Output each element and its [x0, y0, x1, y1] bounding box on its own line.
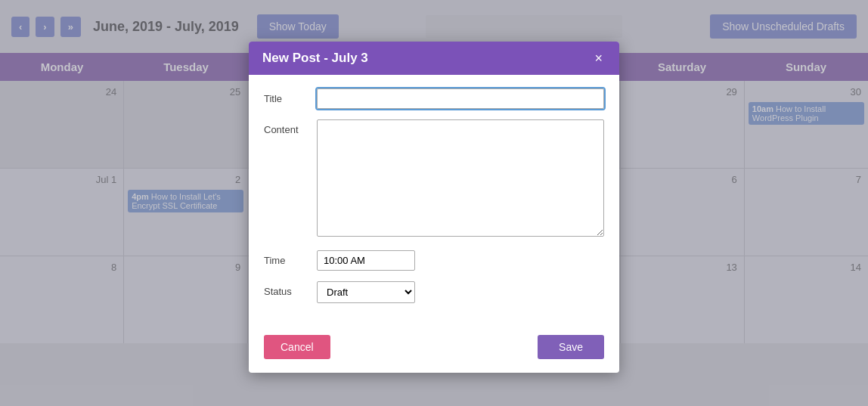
modal-footer: Cancel Save [249, 327, 619, 373]
title-row: Title [264, 88, 604, 109]
modal-header: New Post - July 3 × [249, 42, 619, 75]
content-row: Content [264, 119, 604, 240]
content-textarea[interactable] [317, 119, 604, 237]
save-button[interactable]: Save [538, 335, 604, 359]
time-label: Time [264, 250, 317, 266]
status-select[interactable]: Draft Published Scheduled [317, 281, 415, 303]
title-input[interactable] [317, 88, 604, 109]
status-row: Status Draft Published Scheduled [264, 281, 604, 303]
modal-close-button[interactable]: × [591, 51, 606, 65]
content-label: Content [264, 119, 317, 135]
time-row: Time [264, 250, 604, 271]
new-post-modal: New Post - July 3 × Title Content Time [249, 42, 619, 373]
time-input[interactable] [317, 250, 415, 271]
modal-title: New Post - July 3 [262, 51, 368, 66]
cancel-button[interactable]: Cancel [264, 335, 330, 359]
status-label: Status [264, 281, 317, 297]
title-label: Title [264, 88, 317, 104]
modal-overlay: New Post - July 3 × Title Content Time [0, 0, 868, 406]
modal-body: Title Content Time Status [249, 75, 619, 327]
